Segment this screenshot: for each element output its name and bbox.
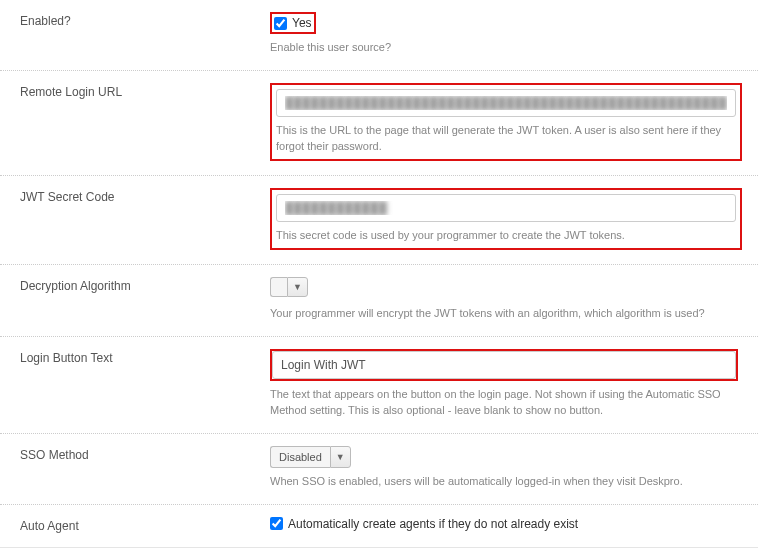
auto-agent-checkbox[interactable]: [270, 517, 283, 530]
label-auto-agent: Auto Agent: [20, 517, 270, 533]
row-secret: JWT Secret Code This secret code is used…: [0, 176, 758, 265]
button-text-input[interactable]: [272, 351, 736, 379]
value-remote-url: This is the URL to the page that will ge…: [270, 83, 742, 161]
enabled-checkbox[interactable]: [274, 17, 287, 30]
label-enabled: Enabled?: [20, 12, 270, 56]
highlight-secret: This secret code is used by your program…: [270, 188, 742, 250]
label-sso: SSO Method: [20, 446, 270, 490]
label-algorithm: Decryption Algorithm: [20, 277, 270, 322]
row-auto-agent: Auto Agent Automatically create agents i…: [0, 505, 758, 547]
value-algorithm: ▼ Your programmer will encrypt the JWT t…: [270, 277, 738, 322]
value-auto-agent: Automatically create agents if they do n…: [270, 517, 738, 533]
row-algorithm: Decryption Algorithm ▼ Your programmer w…: [0, 265, 758, 337]
help-enabled: Enable this user source?: [270, 40, 738, 56]
chevron-down-icon: ▼: [330, 446, 351, 468]
label-remote-url: Remote Login URL: [20, 83, 270, 161]
value-secret: This secret code is used by your program…: [270, 188, 742, 250]
row-button-text: Login Button Text The text that appears …: [0, 337, 758, 434]
settings-form: Enabled? Yes Enable this user source? Re…: [0, 0, 758, 547]
chevron-down-icon: ▼: [287, 277, 308, 297]
row-sso: SSO Method Disabled ▼ When SSO is enable…: [0, 434, 758, 505]
highlight-button-text: [270, 349, 738, 381]
row-remote-url: Remote Login URL This is the URL to the …: [0, 71, 758, 176]
algorithm-select[interactable]: ▼: [270, 277, 308, 297]
secret-input[interactable]: [276, 194, 736, 222]
help-secret: This secret code is used by your program…: [276, 228, 736, 244]
auto-agent-checkbox-label: Automatically create agents if they do n…: [288, 517, 578, 531]
value-enabled: Yes Enable this user source?: [270, 12, 738, 56]
enabled-checkbox-label: Yes: [292, 16, 312, 30]
label-secret: JWT Secret Code: [20, 188, 270, 250]
help-remote-url: This is the URL to the page that will ge…: [276, 123, 736, 155]
row-enabled: Enabled? Yes Enable this user source?: [0, 0, 758, 71]
remote-url-input[interactable]: [276, 89, 736, 117]
sso-select[interactable]: Disabled ▼: [270, 446, 351, 468]
help-button-text: The text that appears on the button on t…: [270, 387, 738, 419]
value-button-text: The text that appears on the button on t…: [270, 349, 738, 419]
highlight-enabled: Yes: [270, 12, 316, 34]
help-sso: When SSO is enabled, users will be autom…: [270, 474, 738, 490]
label-button-text: Login Button Text: [20, 349, 270, 419]
highlight-remote-url: This is the URL to the page that will ge…: [270, 83, 742, 161]
sso-selected: Disabled: [270, 446, 330, 468]
value-sso: Disabled ▼ When SSO is enabled, users wi…: [270, 446, 738, 490]
algorithm-selected: [270, 277, 287, 297]
help-algorithm: Your programmer will encrypt the JWT tok…: [270, 306, 738, 322]
